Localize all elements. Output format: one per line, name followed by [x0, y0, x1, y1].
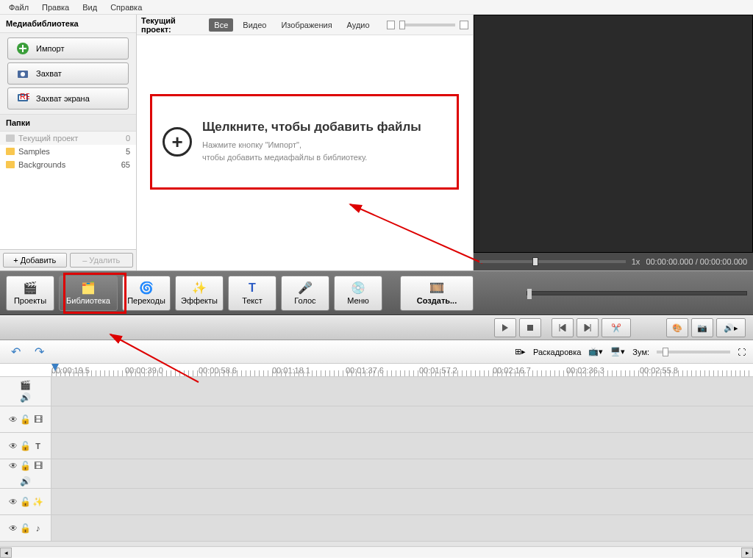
transitions-button[interactable]: 🌀 Переходы: [122, 276, 171, 311]
lock-icon: 🔓: [21, 523, 31, 534]
next-button[interactable]: [577, 318, 599, 337]
drop-title: Щелкните, чтобы добавить файлы: [202, 120, 421, 134]
aspect-icon[interactable]: 📺▾: [588, 347, 603, 356]
text-track[interactable]: 👁 🔓 T: [0, 433, 753, 459]
import-label: Импорт: [36, 44, 64, 53]
effects-icon: ✨: [192, 281, 207, 295]
tool-label: Переходы: [127, 296, 165, 305]
filter-label: Текущий проект:: [141, 16, 204, 34]
folder-samples[interactable]: Samples 5: [0, 145, 136, 158]
svg-text:REC: REC: [20, 92, 29, 101]
zoom-slider[interactable]: [657, 351, 730, 353]
stop-button[interactable]: [519, 318, 541, 337]
overlay2-track[interactable]: 👁 🔓 🎞 🔊: [0, 459, 753, 489]
camera-icon: [15, 66, 30, 81]
menu-button[interactable]: 💿 Меню: [334, 276, 382, 311]
fit-button[interactable]: ⛶: [738, 348, 746, 356]
lock-icon: 🔓: [21, 414, 31, 425]
screen-capture-button[interactable]: REC Захват экрана: [7, 87, 129, 110]
track-head: 👁 🔓 T: [0, 433, 51, 459]
drop-line1: Нажмите кнопку "Импорт",: [202, 140, 301, 149]
create-button[interactable]: 🎞️ Создать...: [400, 276, 474, 311]
audio-track[interactable]: 👁 🔓 ♪: [0, 515, 753, 542]
screen-icon: REC: [15, 91, 30, 106]
add-icon: +: [163, 127, 192, 157]
ruler-tick: 00:01:57.2: [419, 366, 457, 375]
capture-button[interactable]: Захват: [7, 62, 129, 85]
sidebar-footer: + Добавить – Удалить: [0, 249, 136, 270]
media-area: Текущий проект: Все Видео Изображения Ау…: [137, 15, 474, 270]
voice-button[interactable]: 🎤 Голос: [281, 276, 329, 311]
tool-label: Эффекты: [181, 296, 218, 305]
folder-icon: [6, 134, 15, 142]
scroll-right-button[interactable]: ▸: [741, 548, 753, 558]
sidebar: Медиабиблиотека Импорт Захват REC Захват…: [0, 15, 137, 270]
eye-icon: 👁: [8, 414, 18, 425]
preview-status-bar: 1x 00:00:00.000 / 00:00:00.000: [474, 253, 753, 270]
tool-label: Проекты: [14, 296, 46, 305]
preview-speed-slider[interactable]: [479, 260, 626, 263]
menu-file[interactable]: Файл: [3, 1, 35, 13]
prev-button[interactable]: [552, 318, 574, 337]
filter-images[interactable]: Изображения: [276, 18, 337, 32]
overlay-video-track[interactable]: 👁 🔓 🎞: [0, 406, 753, 433]
lock-icon: 🔓: [21, 461, 31, 471]
preview-panel: 1x 00:00:00.000 / 00:00:00.000: [474, 15, 753, 270]
volume-button[interactable]: 🔊▸: [716, 318, 746, 337]
split-button[interactable]: ✂️: [602, 318, 631, 337]
projects-button[interactable]: 🎬 Проекты: [6, 276, 54, 311]
effects-button[interactable]: ✨ Эффекты: [175, 276, 224, 311]
color-button[interactable]: 🎨: [666, 318, 688, 337]
disc-icon: 💿: [351, 281, 365, 295]
folder-backgrounds[interactable]: Backgrounds 65: [0, 158, 136, 171]
eye-icon: 👁: [8, 523, 18, 534]
tool-label: Текст: [242, 296, 263, 305]
filter-video[interactable]: Видео: [238, 18, 271, 32]
folder-current-project[interactable]: Текущий проект 0: [0, 132, 136, 145]
text-icon: T: [245, 281, 260, 295]
folder-count: 65: [121, 160, 130, 169]
undo-button[interactable]: ↶: [7, 345, 24, 359]
add-files-highlight: + Щелкните, чтобы добавить файлы Нажмите…: [150, 94, 459, 190]
eye-icon: 👁: [8, 441, 18, 451]
import-button[interactable]: Импорт: [7, 37, 129, 60]
text-button[interactable]: T Текст: [228, 276, 276, 311]
storyboard-label: Раскадровка: [533, 348, 581, 356]
menu-help[interactable]: Справка: [104, 1, 148, 13]
preview-time: 00:00:00.000 / 00:00:00.000: [646, 257, 747, 266]
filter-all[interactable]: Все: [209, 18, 233, 32]
list-checkbox[interactable]: [460, 21, 468, 29]
menu-view[interactable]: Вид: [76, 1, 103, 13]
eye-icon: 👁: [8, 497, 18, 507]
ruler-tick: 00:02:16.7: [493, 366, 531, 375]
effects-track[interactable]: 👁 🔓 ✨: [0, 489, 753, 515]
thumbnail-size-slider[interactable]: [399, 24, 455, 26]
fx-icon: ✨: [33, 497, 43, 507]
annotation-arrow: [343, 197, 490, 270]
folder-count: 5: [126, 147, 130, 156]
monitor-icon[interactable]: 🖥️▾: [610, 347, 625, 356]
horizontal-scrollbar[interactable]: ◂ ▸: [0, 546, 753, 558]
sidebar-title: Медиабиблиотека: [0, 15, 136, 33]
library-button[interactable]: 🗂️ Библиотека: [59, 276, 118, 311]
play-button[interactable]: [494, 318, 516, 337]
snapshot-button[interactable]: 📷: [691, 318, 713, 337]
eye-icon: 👁: [8, 461, 18, 471]
remove-folder-button[interactable]: – Удалить: [70, 253, 134, 268]
ruler-tick: 00:01:37.6: [346, 366, 384, 375]
track-head: 👁 🔓 🎞 🔊: [0, 459, 51, 488]
folder-name: Backgrounds: [18, 160, 65, 169]
thumbnail-checkbox[interactable]: [387, 21, 396, 29]
storyboard-toggle-icon[interactable]: ⊞▸: [515, 347, 526, 356]
redo-button[interactable]: ↷: [31, 345, 47, 359]
filter-audio[interactable]: Аудио: [342, 18, 375, 32]
add-folder-button[interactable]: + Добавить: [3, 253, 67, 268]
scroll-left-button[interactable]: ◂: [0, 548, 12, 558]
tool-label: Меню: [347, 296, 369, 305]
preview-canvas: [474, 15, 753, 253]
drop-area[interactable]: + Щелкните, чтобы добавить файлы Нажмите…: [137, 35, 473, 270]
timeline-scrub-slider[interactable]: [527, 291, 747, 295]
text-icon: T: [33, 441, 43, 451]
capture-label: Захват: [36, 69, 62, 78]
menu-edit[interactable]: Правка: [36, 1, 75, 13]
